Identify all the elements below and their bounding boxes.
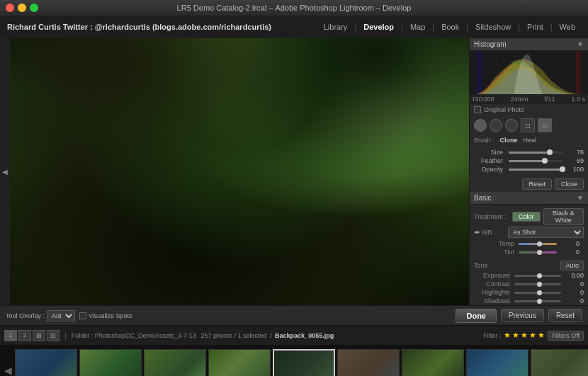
highlights-label: Highlights: [474, 289, 513, 296]
tool-overlay-select[interactable]: Auto: [47, 310, 75, 321]
filter-label: Filter :: [483, 332, 501, 339]
nav-web[interactable]: Web: [554, 20, 581, 34]
filters-off-button[interactable]: Filters Off: [548, 331, 584, 341]
film-thumb-6[interactable]: [337, 349, 400, 376]
basic-panel-arrow: ▼: [577, 194, 584, 202]
star-4[interactable]: ★: [529, 331, 536, 340]
film-thumb-9[interactable]: [531, 349, 588, 376]
feather-slider[interactable]: [509, 160, 563, 162]
treatment-section: Treatment : Color Black & White ✒ WB : A…: [470, 205, 588, 258]
brush-actions: Reset Close: [470, 176, 588, 192]
original-photo-checkbox[interactable]: [474, 106, 481, 113]
opacity-value: 100: [566, 166, 584, 173]
opacity-label: Opacity: [474, 166, 506, 173]
wb-select[interactable]: As Shot: [508, 227, 584, 238]
exposure-time-value: 1.0 s: [571, 96, 585, 103]
left-arrow-icon: ◀: [2, 168, 8, 176]
nav-map[interactable]: Map: [405, 20, 431, 34]
visualize-spots-label: Visualize Spots: [89, 312, 132, 319]
nav-develop[interactable]: Develop: [358, 20, 400, 34]
contrast-thumb: [537, 282, 542, 287]
main-content: ◀ Histogram ▼: [0, 38, 588, 305]
view-2-btn[interactable]: 2: [18, 330, 31, 341]
tint-slider[interactable]: [519, 251, 557, 253]
contrast-slider[interactable]: [514, 283, 561, 285]
histogram-info: ISO200 24mm f/11 1.0 s: [470, 94, 588, 104]
previous-button[interactable]: Previous: [501, 309, 544, 322]
original-photo-row: Original Photo: [470, 104, 588, 115]
star-3[interactable]: ★: [521, 331, 528, 340]
tool-circle-btn[interactable]: ○: [538, 118, 552, 132]
size-slider[interactable]: [509, 152, 563, 154]
feather-row: Feather 69: [474, 157, 584, 164]
close-button[interactable]: Close: [555, 178, 584, 190]
treatment-row: Treatment : Color Black & White: [474, 208, 584, 225]
tone-label-text: Tone: [474, 262, 488, 269]
reset-button[interactable]: Reset: [548, 309, 582, 322]
film-thumb-5[interactable]: [273, 349, 335, 376]
film-thumb-8[interactable]: [466, 349, 528, 376]
color-btn[interactable]: Color: [512, 212, 541, 222]
nav-slideshow[interactable]: Slideshow: [470, 20, 516, 34]
minimize-button[interactable]: [18, 4, 26, 12]
film-thumb-4[interactable]: [208, 349, 271, 376]
highlights-slider[interactable]: [514, 292, 561, 294]
heal-option[interactable]: Heal: [524, 137, 537, 144]
bw-btn[interactable]: Black & White: [543, 208, 584, 225]
maximize-button[interactable]: [30, 4, 38, 12]
view-buttons: 1 2 ⊞ ⊟: [4, 330, 60, 341]
temp-slider[interactable]: [519, 243, 557, 245]
clone-option[interactable]: Clone: [500, 137, 518, 144]
film-thumb-7[interactable]: [402, 349, 464, 376]
temp-thumb: [537, 241, 542, 246]
title-bar: LR5 Demo Catalog-2.lrcat – Adobe Photosh…: [0, 0, 588, 16]
compare-view-btn[interactable]: ⊟: [47, 330, 60, 341]
filename-label: Backpack_0055.jpg: [275, 332, 334, 339]
tint-value: 0: [558, 249, 579, 256]
star-2[interactable]: ★: [512, 331, 519, 340]
eyedropper-icon[interactable]: ✒: [474, 228, 480, 237]
star-1[interactable]: ★: [504, 331, 511, 340]
nav-library[interactable]: Library: [318, 20, 354, 34]
nav-print[interactable]: Print: [521, 20, 549, 34]
size-row: Size 76: [474, 149, 584, 156]
wb-row: ✒ WB : As Shot: [474, 227, 584, 238]
exposure-row: Exposure 0.00: [470, 271, 588, 280]
histogram-label: Histogram: [474, 40, 507, 48]
grid-view-btn[interactable]: ⊞: [33, 330, 45, 341]
auto-tone-button[interactable]: Auto: [560, 261, 584, 270]
feather-value: 69: [566, 157, 584, 164]
nav-sep-4: |: [466, 23, 468, 31]
histogram-arrow-icon: ▼: [577, 40, 584, 48]
tool-square-btn[interactable]: □: [521, 118, 535, 132]
shadows-slider[interactable]: [514, 300, 561, 302]
visualize-spots-checkbox[interactable]: [79, 312, 86, 319]
film-thumb-1[interactable]: [15, 349, 77, 376]
done-button[interactable]: Done: [456, 309, 497, 323]
tool-circle-3[interactable]: [505, 119, 518, 132]
star-5[interactable]: ★: [538, 331, 545, 340]
clone-heal-row: Brush : Clone Heal: [470, 135, 588, 145]
tool-circle-1[interactable]: [474, 119, 487, 132]
treatment-label: Treatment :: [474, 213, 509, 220]
thumb-image-1: [16, 350, 77, 376]
close-button[interactable]: [6, 4, 14, 12]
view-1-btn[interactable]: 1: [4, 330, 17, 341]
tool-circle-2[interactable]: [490, 119, 502, 132]
tool-overlay-label: Tool Overlay :: [6, 312, 45, 319]
window-title: LR5 Demo Catalog-2.lrcat – Adobe Photosh…: [177, 4, 412, 12]
left-panel-toggle[interactable]: ◀: [0, 38, 10, 305]
film-thumb-3[interactable]: [144, 349, 206, 376]
exposure-slider[interactable]: [514, 275, 561, 277]
film-thumb-2[interactable]: [79, 349, 142, 376]
shadows-label: Shadows: [474, 297, 513, 304]
opacity-slider[interactable]: [509, 169, 563, 171]
filmstrip-left-arrow[interactable]: ◀: [3, 365, 13, 376]
reset-button[interactable]: Reset: [522, 178, 552, 190]
visualize-spots-item: Visualize Spots: [79, 312, 132, 319]
brush-options: Size 76 Feather 69 Opacity 100: [470, 145, 588, 176]
count-label: 257 photos / 1 selected: [200, 332, 266, 339]
nav-book[interactable]: Book: [436, 20, 465, 34]
nav-sep-6: |: [550, 23, 553, 31]
brush-section-label: Brush :: [474, 137, 494, 144]
